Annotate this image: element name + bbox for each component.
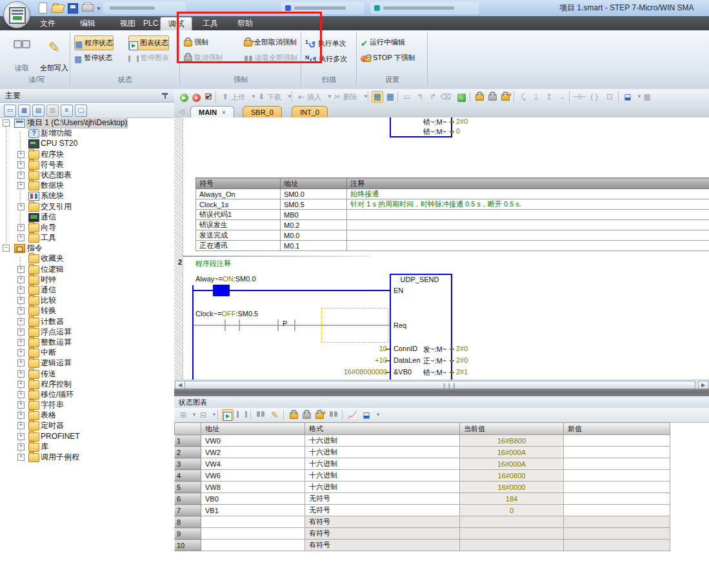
expand-icon[interactable]: + <box>17 266 25 273</box>
tree-item-CPU[interactable]: CPU ST20 <box>0 138 173 148</box>
force-icon[interactable] <box>474 91 485 103</box>
expand-icon[interactable]: + <box>17 401 25 409</box>
open-icon[interactable] <box>51 2 64 14</box>
tree-item-计数器[interactable]: +计数器 <box>0 316 173 327</box>
symbol-table-row[interactable]: Always_OnSM0.0始终接通 <box>196 189 709 199</box>
tree-item-label[interactable]: 比较 <box>41 295 56 305</box>
ribbon-button-STOP下强制[interactable]: STOP 下强制 <box>361 51 415 65</box>
delete-icon[interactable]: ✂ <box>332 91 343 103</box>
panel-splitter[interactable] <box>174 389 709 396</box>
clear-bookmarks-icon[interactable]: ⌫ <box>440 91 452 103</box>
row-number-cell[interactable]: 5 <box>175 482 201 493</box>
symbol-symbol-cell[interactable]: 正在通讯 <box>196 241 281 251</box>
tree-item-label[interactable]: PROFINET <box>41 431 80 441</box>
tree-item-向导[interactable]: +向导 <box>0 222 173 232</box>
tree-item-表格[interactable]: +表格 <box>0 410 173 420</box>
format-cell[interactable]: 十六进制 <box>305 482 460 493</box>
tree-item-label[interactable]: 浮点运算 <box>41 327 72 337</box>
tree-item-工具[interactable]: +工具 <box>0 232 173 243</box>
tree-item-程序控制[interactable]: +程序控制 <box>0 379 173 389</box>
expand-icon[interactable]: + <box>17 422 25 429</box>
tree-item-label[interactable]: 移位/循环 <box>41 389 74 400</box>
insert-box-icon[interactable]: ⊡ <box>604 91 615 103</box>
tree-item-label[interactable]: 表格 <box>41 410 56 420</box>
address-cell[interactable] <box>201 516 305 528</box>
insert-coil-icon[interactable]: ( ) <box>588 91 600 103</box>
row-number-cell[interactable]: 8 <box>175 516 201 528</box>
address-cell[interactable]: VB0 <box>201 493 305 505</box>
pause-program-status-button[interactable]: ▦ <box>384 91 396 103</box>
status-table-row[interactable]: 6VB0无符号184 <box>175 493 670 505</box>
read-button[interactable] <box>255 409 266 421</box>
expand-icon[interactable]: + <box>17 360 25 367</box>
symbol-address-cell[interactable]: M0.2 <box>280 220 346 230</box>
ribbon-button-运行中编辑[interactable]: ✔运行中编辑 <box>361 35 405 49</box>
expand-icon[interactable]: + <box>17 339 25 346</box>
print-icon[interactable] <box>81 2 94 14</box>
menu-tab-编辑[interactable]: 编辑 <box>72 16 103 30</box>
delete-button[interactable]: 删除 <box>343 91 357 103</box>
bookmark-toggle-icon[interactable]: ▭ <box>401 91 413 103</box>
new-value-cell[interactable] <box>564 493 670 505</box>
tree-item-交叉引用[interactable]: +交叉引用 <box>0 201 173 212</box>
status-table-row[interactable]: 8有符号 <box>175 516 670 528</box>
tree-item-状态图表[interactable]: +状态图表 <box>0 170 173 180</box>
address-cell[interactable]: VW2 <box>201 447 305 458</box>
expand-icon[interactable]: + <box>17 349 25 356</box>
address-cell[interactable] <box>201 528 305 540</box>
expand-icon[interactable]: + <box>17 151 25 158</box>
tree-item-label[interactable]: 字符串 <box>41 400 64 410</box>
tree-item-label[interactable]: 交叉引用 <box>41 201 72 212</box>
tree-item-label[interactable]: 库 <box>41 441 48 452</box>
tree-item-label[interactable]: CPU ST20 <box>41 138 77 148</box>
tree-item-label[interactable]: 位逻辑 <box>41 264 64 274</box>
expand-icon[interactable]: + <box>17 391 25 398</box>
expand-icon[interactable]: + <box>17 172 25 179</box>
symbol-comment-cell[interactable] <box>347 210 709 220</box>
tree-item-label[interactable]: 指令 <box>27 243 43 253</box>
row-number-cell[interactable]: 6 <box>175 493 201 505</box>
previous-bookmark-icon[interactable]: ↰ <box>414 91 426 103</box>
new-value-cell[interactable] <box>564 505 670 516</box>
tree-item-时钟[interactable]: +时钟 <box>0 274 173 285</box>
tree-item-浮点运算[interactable]: +浮点运算 <box>0 327 173 337</box>
tree-item-label[interactable]: 向导 <box>41 222 56 232</box>
stop-button[interactable]: ■ <box>190 91 202 103</box>
ribbon-button-全部写入[interactable]: ✎全部写入 <box>39 34 70 74</box>
tree-item-label[interactable]: 时钟 <box>41 274 56 285</box>
insert-row-icon[interactable]: ⊞ <box>177 409 189 421</box>
tree-item-label[interactable]: 程序块 <box>41 149 64 159</box>
line-up-icon[interactable]: ↥ <box>543 91 555 103</box>
symbol-table-row[interactable]: Clock_1sSM0.5针对 1 s 的周期时间，时钟脉冲接通 0.5 s，断… <box>196 199 709 210</box>
collapse-icon[interactable]: − <box>3 119 10 127</box>
tree-item-label[interactable]: 通信 <box>41 285 56 295</box>
expand-icon[interactable]: + <box>17 454 25 461</box>
tree-item-label[interactable]: 程序控制 <box>41 379 72 389</box>
status-table-row[interactable]: 7VB1无符号0 <box>175 505 670 516</box>
symbol-comment-cell[interactable]: 始终接通 <box>347 189 709 199</box>
address-cell[interactable]: VW4 <box>201 458 305 470</box>
tree-item-通信[interactable]: 通信 <box>0 212 173 222</box>
new-value-cell[interactable] <box>564 447 670 458</box>
delete-row-caret-icon[interactable]: ▼ <box>208 409 220 421</box>
table-grid-icon[interactable]: ▦ <box>18 105 30 117</box>
goto-button[interactable]: → <box>455 91 467 103</box>
symbol-symbol-cell[interactable]: 发送完成 <box>196 230 281 241</box>
tree-item-定时器[interactable]: +定时器 <box>0 420 173 431</box>
row-number-cell[interactable]: 1 <box>175 435 201 447</box>
status-table-header-地址[interactable]: 地址 <box>201 423 305 435</box>
symbol-symbol-cell[interactable]: 错误代码1 <box>196 210 281 220</box>
format-cell[interactable]: 有符号 <box>305 540 460 551</box>
tree-item-位逻辑[interactable]: +位逻辑 <box>0 264 173 274</box>
status-table-row[interactable]: 3VW4十六进制16#000A <box>175 458 670 470</box>
tree-item-label[interactable]: 项目 1 (C:\Users\tjh\Desktop) <box>27 117 127 128</box>
run-button[interactable]: ▶ <box>178 91 190 103</box>
upload-button[interactable]: 上传 <box>231 91 245 103</box>
status-table-row[interactable]: 10有符号 <box>175 540 670 551</box>
status-table-row[interactable]: 4VW6十六进制16#0800 <box>175 470 670 482</box>
expand-icon[interactable]: + <box>17 318 25 325</box>
unforce-icon[interactable] <box>486 91 498 103</box>
tree-item-label[interactable]: 传送 <box>41 369 56 379</box>
new-value-cell[interactable] <box>564 458 670 470</box>
symbol-table-grid-icon[interactable]: ▦ <box>641 91 653 103</box>
